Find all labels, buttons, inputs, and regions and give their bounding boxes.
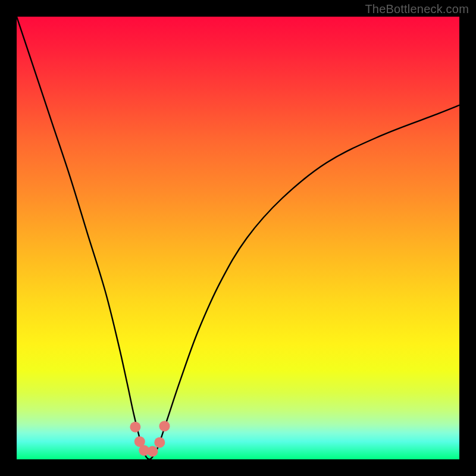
plot-area — [17, 17, 459, 459]
bottleneck-curve — [17, 17, 459, 459]
chart-frame: TheBottleneck.com — [0, 0, 476, 476]
curve-marker — [159, 421, 170, 431]
curve-marker — [147, 446, 158, 457]
curve-markers — [130, 421, 170, 456]
watermark-text: TheBottleneck.com — [365, 2, 469, 16]
curve-marker — [130, 422, 140, 433]
bottleneck-curve-svg — [17, 17, 459, 459]
curve-marker — [154, 437, 165, 448]
